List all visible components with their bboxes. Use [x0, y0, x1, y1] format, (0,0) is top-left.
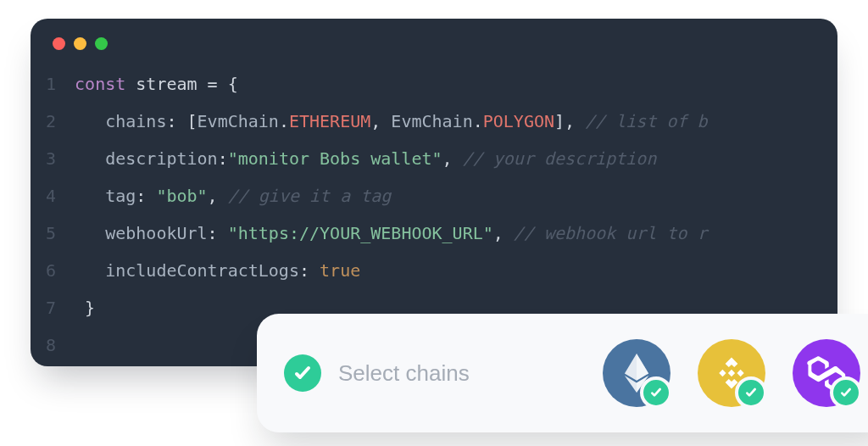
token-op: =	[198, 74, 228, 94]
line-gutter: 1 2 3 4 5 6 7 8	[39, 65, 75, 364]
token-brace: }	[85, 298, 95, 318]
select-chains-card: Select chains	[257, 314, 868, 432]
token-key: webhookUrl	[105, 223, 207, 243]
token-comment: // give it a tag	[228, 186, 392, 206]
token-key: description	[105, 148, 217, 169]
minimize-dot[interactable]	[74, 37, 86, 50]
token-string: "bob"	[156, 186, 207, 206]
token-class: EvmChain	[391, 111, 472, 131]
check-icon	[284, 354, 321, 392]
selected-badge-icon	[830, 376, 862, 409]
selected-badge-icon	[640, 376, 672, 409]
token-class: EvmChain	[198, 111, 279, 131]
select-chains-label: Select chains	[338, 360, 470, 387]
token-identifier: stream	[136, 74, 197, 94]
close-dot[interactable]	[53, 37, 65, 50]
token-key: includeContractLogs	[105, 260, 299, 281]
token-enum: POLYGON	[483, 111, 554, 131]
token-brace: {	[228, 74, 238, 94]
token-comment: // webhook url to r	[514, 223, 708, 243]
token-key: chains	[105, 111, 166, 131]
token-boolean: true	[320, 260, 360, 281]
selected-badge-icon	[735, 376, 767, 409]
chain-ethereum[interactable]	[603, 339, 670, 407]
window-controls	[31, 19, 837, 59]
token-key: tag	[105, 186, 136, 206]
token-enum: ETHEREUM	[289, 111, 370, 131]
token-comment: // your description	[463, 148, 657, 169]
chain-bnb[interactable]	[698, 339, 765, 407]
chain-polygon[interactable]	[793, 339, 860, 407]
zoom-dot[interactable]	[95, 37, 108, 50]
token-string: "https://YOUR_WEBHOOK_URL"	[228, 223, 493, 243]
token-comment: // list of b	[585, 111, 708, 131]
token-string: "monitor Bobs wallet"	[228, 148, 442, 169]
token-keyword: const	[75, 74, 125, 94]
